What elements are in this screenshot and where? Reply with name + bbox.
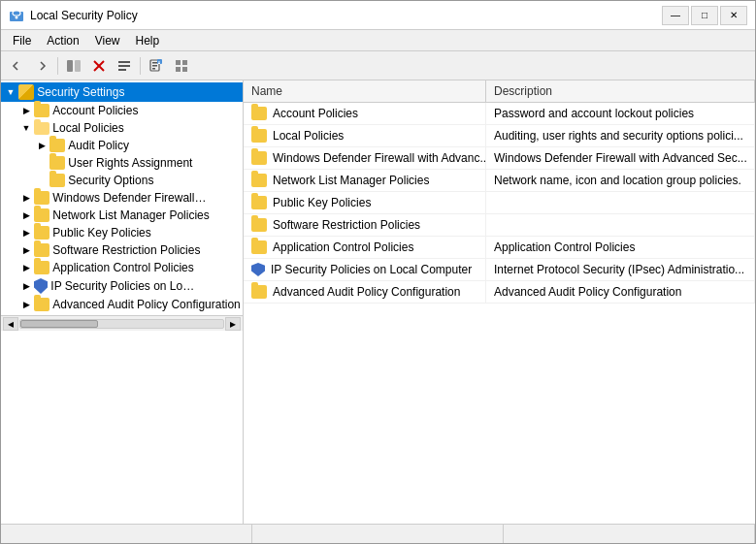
expander-local-policies[interactable]: ▼: [20, 122, 32, 134]
list-cell-desc-account-policies: Password and account lockout policies: [486, 103, 755, 124]
list-row-application-control[interactable]: Application Control Policies Application…: [244, 237, 755, 259]
list-row-local-policies[interactable]: Local Policies Auditing, user rights and…: [244, 125, 755, 147]
menu-bar: File Action View Help: [1, 30, 755, 51]
tree-row-application-control[interactable]: ▶ Application Control Policies: [16, 259, 243, 276]
list-cell-name-windows-firewall: Windows Defender Firewall with Advanc...: [244, 147, 486, 169]
svg-rect-14: [152, 68, 155, 70]
tree-row-windows-firewall[interactable]: ▶ Windows Defender Firewall with Adva...: [16, 189, 243, 207]
folder-icon-public-key: [34, 226, 49, 240]
status-cell-1: [1, 525, 252, 543]
svg-rect-10: [118, 69, 126, 71]
toolbar-back[interactable]: [5, 55, 28, 77]
column-description[interactable]: Description: [486, 80, 755, 102]
scroll-thumb[interactable]: [20, 320, 98, 328]
expander-account-policies[interactable]: ▶: [20, 105, 32, 116]
folder-icon: [251, 129, 267, 143]
status-cell-3: [504, 525, 755, 543]
svg-rect-18: [176, 67, 181, 72]
list-row-public-key[interactable]: Public Key Policies: [244, 192, 755, 214]
expander-windows-firewall[interactable]: ▶: [20, 192, 32, 204]
tree-row-audit-policy[interactable]: ▶ Audit Policy: [32, 137, 243, 154]
scroll-right-btn[interactable]: ▸: [225, 317, 241, 331]
list-cell-desc-network-list: Network name, icon and location group po…: [486, 170, 755, 191]
tree-label-network-list: Network List Manager Policies: [52, 208, 209, 222]
expander-security-settings[interactable]: ▼: [5, 86, 16, 98]
menu-action[interactable]: Action: [39, 32, 86, 48]
list-cell-name-account-policies: Account Policies: [244, 103, 486, 124]
folder-icon-software-restriction: [34, 243, 49, 257]
expander-software-restriction[interactable]: ▶: [20, 244, 32, 256]
toolbar-sep2: [140, 57, 141, 75]
folder-icon-audit-policy: [49, 139, 65, 152]
tree-node-application-control: ▶ Application Control Policies: [16, 259, 243, 276]
svg-point-3: [16, 16, 18, 18]
left-scrollbar: ◂ ▸: [1, 315, 243, 331]
toolbar-export[interactable]: [145, 55, 168, 77]
tree-row-software-restriction[interactable]: ▶ Software Restriction Policies: [16, 241, 243, 259]
list-row-software-restriction[interactable]: Software Restriction Policies: [244, 214, 755, 237]
expander-ip-security[interactable]: ▶: [20, 280, 32, 292]
tree-row-local-policies[interactable]: ▼ Local Policies: [16, 119, 243, 137]
maximize-button[interactable]: □: [691, 6, 718, 25]
list-cell-name-advanced-audit: Advanced Audit Policy Configuration: [244, 281, 486, 303]
folder-icon: [251, 196, 267, 209]
tree-row-account-policies[interactable]: ▶ Account Policies: [16, 102, 243, 119]
toolbar-delete[interactable]: [87, 55, 111, 77]
list-row-network-list[interactable]: Network List Manager Policies Network na…: [244, 170, 755, 192]
tree-label-advanced-audit: Advanced Audit Policy Configuration: [52, 298, 240, 311]
tree-row-network-list[interactable]: ▶ Network List Manager Policies: [16, 207, 243, 224]
expander-public-key[interactable]: ▶: [20, 227, 32, 239]
list-row-account-policies[interactable]: Account Policies Password and account lo…: [244, 103, 755, 125]
scroll-left-btn[interactable]: ◂: [3, 317, 18, 331]
list-cell-desc-public-key: [486, 192, 755, 213]
list-row-advanced-audit[interactable]: Advanced Audit Policy Configuration Adva…: [244, 281, 755, 304]
scroll-track: [19, 319, 224, 329]
folder-icon: [251, 151, 267, 165]
toolbar-properties[interactable]: [113, 55, 136, 77]
tree-row-user-rights[interactable]: ▶ User Rights Assignment: [32, 154, 243, 172]
tree-node-security-settings: ▼ Security Settings ▶ Account Policies: [1, 82, 243, 313]
main-window: Local Security Policy — □ ✕ File Action …: [0, 0, 756, 544]
window-icon: [9, 8, 24, 23]
toolbar-forward[interactable]: [30, 55, 53, 77]
minimize-button[interactable]: —: [662, 6, 689, 25]
svg-rect-9: [118, 65, 130, 67]
column-name[interactable]: Name: [244, 80, 486, 102]
expander-audit-policy[interactable]: ▶: [36, 140, 48, 151]
tree-row-security-settings[interactable]: ▼ Security Settings: [1, 82, 243, 102]
tree-node-software-restriction: ▶ Software Restriction Policies: [16, 241, 243, 259]
list-cell-name-public-key: Public Key Policies: [244, 192, 486, 213]
svg-rect-17: [182, 60, 187, 65]
expander-application-control[interactable]: ▶: [20, 262, 32, 273]
toolbar-show-hide[interactable]: [62, 55, 85, 77]
tree-node-account-policies: ▶ Account Policies: [16, 102, 243, 119]
menu-help[interactable]: Help: [128, 32, 168, 48]
list-cell-desc-software-restriction: [486, 214, 755, 236]
toolbar-view-options[interactable]: [170, 55, 193, 77]
svg-rect-16: [176, 60, 181, 65]
tree-row-public-key[interactable]: ▶ Public Key Policies: [16, 224, 243, 241]
menu-view[interactable]: View: [87, 32, 128, 48]
folder-icon: [251, 174, 267, 187]
title-bar: Local Security Policy — □ ✕: [1, 1, 755, 30]
menu-file[interactable]: File: [5, 32, 39, 48]
tree-row-security-options[interactable]: ▶ Security Options: [32, 172, 243, 189]
tree-node-local-policies: ▼ Local Policies ▶ Audit Policy: [16, 119, 243, 189]
list-cell-desc-advanced-audit: Advanced Audit Policy Configuration: [486, 281, 755, 303]
svg-rect-5: [75, 60, 81, 72]
list-row-ip-security[interactable]: IP Security Policies on Local Computer I…: [244, 259, 755, 281]
folder-icon-network-list: [34, 208, 49, 222]
folder-icon-security-options: [49, 174, 65, 187]
expander-network-list[interactable]: ▶: [20, 209, 32, 221]
tree-label-ip-security: IP Security Policies on Local Compute...: [50, 279, 196, 293]
tree-row-ip-security[interactable]: ▶ IP Security Policies on Local Compute.…: [16, 276, 243, 296]
expander-advanced-audit[interactable]: ▶: [20, 299, 32, 310]
left-panel: ▼ Security Settings ▶ Account Policies: [1, 80, 244, 524]
tree-children-security-settings: ▶ Account Policies ▼ Local Policies: [1, 102, 243, 313]
tree-node-public-key: ▶ Public Key Policies: [16, 224, 243, 241]
folder-icon-account-policies: [34, 104, 49, 117]
close-button[interactable]: ✕: [720, 6, 747, 25]
security-settings-icon: [18, 84, 34, 100]
list-row-windows-firewall[interactable]: Windows Defender Firewall with Advanc...…: [244, 147, 755, 170]
tree-row-advanced-audit[interactable]: ▶ Advanced Audit Policy Configuration: [16, 296, 243, 313]
